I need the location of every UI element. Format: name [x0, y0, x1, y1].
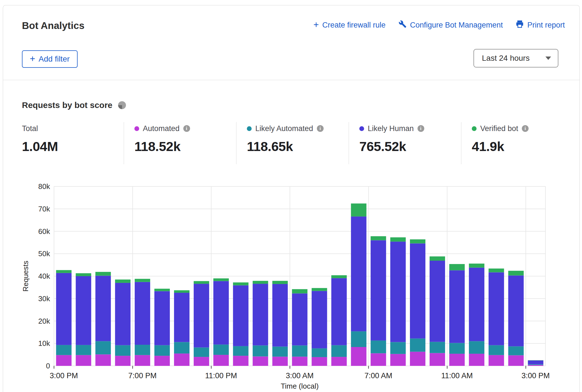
bar-segment[interactable] [272, 281, 288, 284]
bar-segment[interactable] [174, 353, 190, 366]
bar-segment[interactable] [410, 244, 425, 339]
bar-segment[interactable] [213, 278, 229, 281]
bar-segment[interactable] [390, 242, 406, 342]
bar-segment[interactable] [331, 275, 347, 278]
bar-segment[interactable] [489, 345, 504, 355]
bar-segment[interactable] [292, 289, 308, 293]
bar-segment[interactable] [135, 355, 150, 366]
bar-segment[interactable] [76, 345, 91, 355]
bar-segment[interactable] [115, 345, 130, 356]
bar-segment[interactable] [331, 278, 347, 345]
bar-segment[interactable] [213, 344, 229, 355]
bar-segment[interactable] [76, 276, 91, 345]
bar-segment[interactable] [469, 268, 484, 341]
bar-segment[interactable] [312, 348, 327, 357]
bar-segment[interactable] [56, 273, 71, 345]
bar-segment[interactable] [154, 291, 170, 345]
bar-segment[interactable] [430, 256, 445, 261]
bar-segment[interactable] [233, 356, 249, 366]
bar-segment[interactable] [331, 357, 347, 366]
bar-segment[interactable] [56, 270, 71, 273]
bar-segment[interactable] [508, 271, 524, 276]
bar-segment[interactable] [292, 293, 308, 345]
bar-segment[interactable] [194, 284, 209, 347]
bar-segment[interactable] [410, 239, 425, 243]
bar-segment[interactable] [115, 280, 130, 283]
bar-segment[interactable] [135, 282, 150, 345]
bar-segment[interactable] [469, 354, 484, 366]
bar-segment[interactable] [331, 345, 347, 357]
bar-segment[interactable] [449, 270, 465, 343]
bar-segment[interactable] [233, 282, 249, 285]
bar-segment[interactable] [371, 341, 386, 353]
bar-segment[interactable] [253, 345, 268, 356]
bar-segment[interactable] [528, 365, 543, 366]
bar-segment[interactable] [115, 356, 130, 366]
bar-segment[interactable] [528, 361, 543, 364]
bar-segment[interactable] [272, 284, 288, 347]
bar-segment[interactable] [449, 354, 465, 366]
bar-segment[interactable] [371, 236, 386, 240]
bar-segment[interactable] [154, 345, 170, 356]
bar-segment[interactable] [253, 281, 268, 284]
bar-segment[interactable] [508, 355, 524, 366]
bar-segment[interactable] [371, 240, 386, 340]
bar-segment[interactable] [489, 355, 504, 366]
bar-segment[interactable] [115, 283, 130, 345]
bar-segment[interactable] [430, 353, 445, 366]
bar-segment[interactable] [528, 364, 543, 365]
bar-segment[interactable] [449, 264, 465, 270]
bar-segment[interactable] [390, 354, 406, 366]
bar-segment[interactable] [194, 357, 209, 366]
bar-segment[interactable] [174, 290, 190, 293]
bar-segment[interactable] [174, 293, 190, 342]
bar-segment[interactable] [430, 342, 445, 353]
bar-segment[interactable] [194, 348, 209, 357]
bar-segment[interactable] [95, 354, 111, 366]
bar-segment[interactable] [449, 343, 465, 354]
bar-segment[interactable] [410, 352, 425, 366]
bar-segment[interactable] [489, 272, 504, 345]
bar-segment[interactable] [76, 355, 91, 366]
bar-segment[interactable] [351, 347, 366, 366]
bar-segment[interactable] [292, 357, 308, 366]
bar-segment[interactable] [135, 345, 150, 355]
bar-segment[interactable] [95, 341, 111, 354]
bar-segment[interactable] [253, 357, 268, 366]
bar-segment[interactable] [95, 272, 111, 276]
bar-segment[interactable] [76, 273, 91, 276]
bar-segment[interactable] [272, 357, 288, 366]
bar-segment[interactable] [272, 346, 288, 357]
bar-segment[interactable] [390, 237, 406, 242]
bar-segment[interactable] [56, 345, 71, 355]
bar-segment[interactable] [312, 357, 327, 366]
bar-segment[interactable] [292, 345, 308, 357]
bar-segment[interactable] [213, 355, 229, 366]
bar-segment[interactable] [508, 346, 524, 355]
bar-segment[interactable] [174, 342, 190, 353]
bar-segment[interactable] [56, 355, 71, 366]
bar-segment[interactable] [194, 281, 209, 284]
bar-segment[interactable] [371, 353, 386, 366]
bar-segment[interactable] [233, 285, 249, 346]
bar-segment[interactable] [312, 288, 327, 291]
bar-segment[interactable] [95, 276, 111, 341]
bar-segment[interactable] [469, 263, 484, 267]
bar-segment[interactable] [390, 342, 406, 354]
bar-segment[interactable] [410, 339, 425, 352]
bar-segment[interactable] [508, 276, 524, 346]
bar-segment[interactable] [154, 356, 170, 366]
requests-by-bot-score-chart[interactable]: 010k20k30k40k50k60k70k80k3:00 PM7:00 PM1… [0, 0, 582, 392]
bar-segment[interactable] [351, 204, 366, 217]
bar-segment[interactable] [253, 284, 268, 345]
bar-segment[interactable] [233, 346, 249, 356]
bar-segment[interactable] [154, 289, 170, 291]
bar-segment[interactable] [430, 261, 445, 342]
bar-segment[interactable] [351, 217, 366, 331]
bar-segment[interactable] [469, 341, 484, 354]
bar-segment[interactable] [213, 281, 229, 345]
bar-segment[interactable] [489, 269, 504, 272]
bar-segment[interactable] [135, 279, 150, 282]
bar-segment[interactable] [312, 291, 327, 348]
bar-segment[interactable] [351, 331, 366, 347]
